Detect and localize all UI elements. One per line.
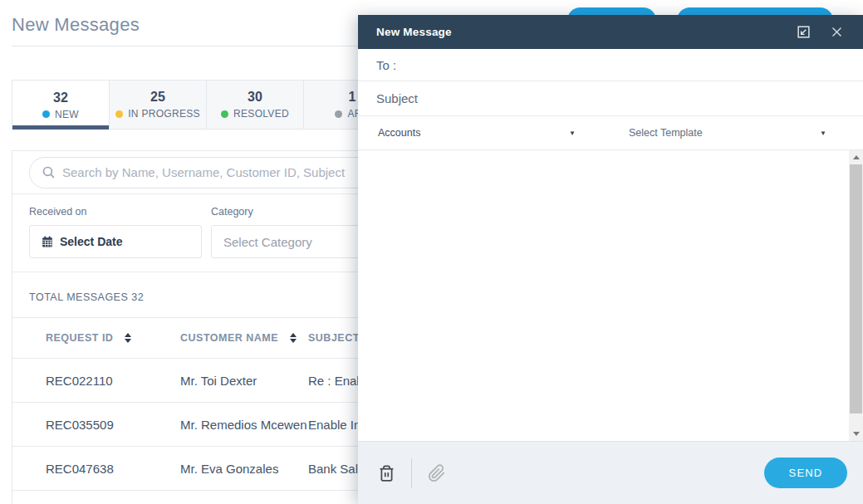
subject-input[interactable] — [376, 91, 863, 105]
tab-new[interactable]: 32 NEW — [12, 80, 110, 130]
to-label: To : — [376, 58, 396, 72]
sort-icon[interactable] — [125, 333, 131, 343]
scrollbar-thumb[interactable] — [850, 164, 862, 413]
template-dropdown[interactable]: Select Template ▼ — [599, 116, 863, 149]
page-title: New Messages — [12, 14, 140, 36]
expand-icon[interactable] — [797, 25, 811, 39]
paperclip-icon — [428, 464, 446, 482]
to-field-row: To : — [358, 49, 863, 81]
new-status-dot-icon — [42, 110, 50, 118]
received-on-label: Received on — [29, 206, 202, 218]
selects-row: Accounts ▼ Select Template ▼ — [358, 116, 863, 150]
search-icon — [42, 165, 56, 179]
select-date-button[interactable]: Select Date — [29, 225, 202, 258]
column-header-customer-name[interactable]: CUSTOMER NAME — [180, 332, 308, 344]
select-category-placeholder: Select Category — [223, 235, 312, 249]
message-body-area — [358, 150, 863, 442]
tab-new-label: NEW — [55, 109, 79, 120]
new-message-modal: New Message To : Accounts ▼ Select Templ… — [358, 15, 863, 504]
calendar-icon — [42, 236, 53, 247]
scrollbar[interactable] — [849, 150, 863, 441]
modal-header: New Message — [358, 15, 863, 49]
column-header-request-id[interactable]: REQUEST ID — [46, 332, 180, 344]
select-date-label: Select Date — [60, 235, 122, 248]
cell-request-id: REC022110 — [46, 374, 180, 388]
cell-customer-name: Mr. Toi Dexter — [180, 374, 308, 388]
tab-resolved[interactable]: 30 RESOLVED — [206, 80, 304, 130]
tab-archived-count: 1 — [349, 90, 356, 105]
accounts-dropdown[interactable]: Accounts ▼ — [358, 116, 599, 149]
tab-resolved-count: 30 — [248, 90, 262, 105]
cell-request-id: REC047638 — [46, 462, 180, 476]
cell-request-id: REC035509 — [46, 418, 180, 432]
modal-footer: SEND — [358, 442, 863, 504]
modal-title: New Message — [376, 26, 797, 38]
tab-in-progress-label: IN PROGRESS — [128, 108, 200, 120]
delete-button[interactable] — [378, 464, 395, 482]
cell-customer-name: Mr. Eva Gonzales — [180, 462, 308, 476]
sort-icon[interactable] — [290, 333, 297, 343]
to-input[interactable] — [403, 58, 863, 72]
archived-status-dot-icon — [335, 110, 342, 118]
close-icon[interactable] — [831, 26, 843, 38]
cell-customer-name: Mr. Remedios Mcewen — [180, 418, 308, 432]
caret-down-icon: ▼ — [820, 130, 826, 137]
message-body-input[interactable] — [358, 150, 849, 441]
subject-field-row — [358, 81, 863, 116]
tab-in-progress[interactable]: 25 IN PROGRESS — [109, 80, 207, 130]
resolved-status-dot-icon — [221, 110, 228, 118]
caret-down-icon: ▼ — [569, 130, 576, 137]
in-progress-status-dot-icon — [115, 110, 123, 118]
status-tabs: 32 NEW 25 IN PROGRESS 30 RESOLVED 1 ARC — [12, 80, 401, 130]
accounts-value: Accounts — [378, 127, 420, 139]
tab-in-progress-count: 25 — [150, 90, 165, 105]
footer-divider — [411, 458, 412, 488]
scroll-down-icon[interactable] — [849, 427, 863, 441]
tab-resolved-label: RESOLVED — [233, 108, 289, 120]
tab-new-count: 32 — [53, 91, 68, 105]
trash-icon — [378, 464, 395, 482]
attach-button[interactable] — [428, 464, 446, 482]
template-placeholder: Select Template — [629, 127, 703, 139]
send-button[interactable]: SEND — [764, 458, 847, 488]
scroll-up-icon[interactable] — [849, 150, 863, 164]
